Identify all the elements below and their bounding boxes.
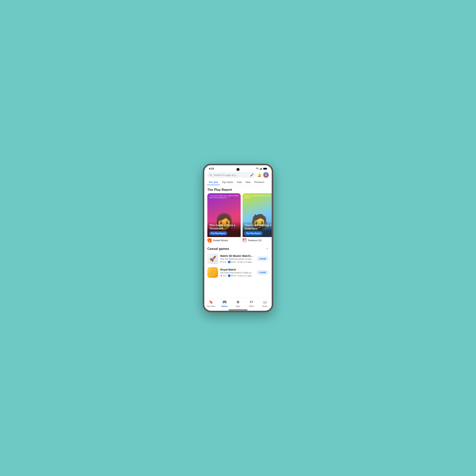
status-time: 4:12 [209, 167, 214, 170]
offers-icon: 🏷 [249, 299, 254, 305]
match3d-rating: ★ [220, 261, 222, 263]
match3d-info: Match 3D Master Matching Games Play Pair… [220, 254, 254, 263]
search-bar-row: Search for apps & g... 🎤 🔔 D [204, 171, 272, 179]
bottom-nav: 🔖 Play Pass 🎮 Games ⊞ Apps 🏷 Offers 📖 Bo… [204, 298, 272, 309]
card-title-pokemon: There's a PokéStop in Antarctica [244, 224, 272, 230]
royal-match-event: Event [228, 274, 236, 277]
list-item-royal-match[interactable]: 👑 Royal Match Decorate King Robert's Cas… [204, 266, 272, 279]
phone-shell: 4:12 [203, 164, 273, 312]
svg-rect-0 [260, 169, 260, 170]
nav-item-apps[interactable]: ⊞ Apps [231, 298, 245, 308]
bell-icon[interactable]: 🔔 [257, 173, 261, 177]
match3d-install-button[interactable]: Install [257, 256, 269, 261]
card-badge-fireball: The Play Report [209, 232, 227, 235]
pokemon-name: Pokémon GO [248, 239, 262, 242]
report-card-footer-pokemon: ⚪ Pokémon GO [243, 237, 272, 243]
report-card-fireball-inner[interactable]: "I found this hidden gem called Fireball… [207, 193, 241, 243]
casual-games-section: Casual games → 🚀 Match 3D Master Matchin… [204, 245, 272, 279]
svg-rect-2 [261, 168, 262, 170]
royal-match-rating-star: ★ [220, 274, 222, 277]
search-bar-placeholder: Search for apps & g... [214, 174, 249, 176]
royal-match-event-suffix: Ends in 3 days [238, 274, 252, 277]
card-overlay-1: This Game is Such a Throwback The Play R… [207, 221, 241, 237]
match3d-event-label: Event [231, 261, 236, 263]
fireball-icon: 🔥 [207, 238, 212, 243]
match3d-event-suffix: Ends in 3 days [238, 261, 252, 263]
svg-rect-4 [263, 168, 267, 170]
search-bar[interactable]: Search for apps & g... 🎤 [207, 172, 256, 178]
svg-rect-3 [262, 168, 262, 170]
mic-icon[interactable]: 🎤 [250, 173, 254, 176]
apps-icon: ⊞ [235, 299, 241, 305]
match3d-event: Event [228, 261, 236, 263]
royal-match-event-label: Event [231, 274, 236, 277]
tab-new[interactable]: New [244, 179, 253, 185]
match3d-rating-value: 4.8 [223, 261, 226, 263]
report-card-fireball[interactable]: "I found this hidden gem called Fireball… [207, 193, 241, 243]
content-area: The Play Report "I found this hidden gem… [204, 185, 272, 298]
report-card-pokemon-inner[interactable]: "Become the best Pokémon trainer of all … [243, 193, 272, 243]
play-report-title: The Play Report [204, 185, 272, 193]
match3d-event-icon [228, 261, 230, 263]
play-pass-icon: 🔖 [208, 299, 214, 305]
svg-rect-5 [267, 168, 267, 169]
play-report-section: The Play Report "I found this hidden gem… [204, 185, 272, 245]
casual-games-header: Casual games → [204, 245, 272, 252]
status-icons [256, 168, 267, 170]
play-pass-label: Play Pass [207, 305, 215, 307]
games-label: Games [221, 305, 228, 307]
search-icon [209, 174, 212, 176]
royal-match-event-icon [228, 274, 230, 277]
nav-item-play-pass[interactable]: 🔖 Play Pass [204, 298, 218, 308]
fireball-name: Fireball Wizard [213, 239, 228, 242]
royal-match-rating-value: 4.5 [223, 274, 226, 277]
tab-kids[interactable]: Kids [235, 179, 244, 185]
wifi-icon [256, 168, 259, 170]
nav-item-games[interactable]: 🎮 Games [218, 298, 231, 308]
card-title-fireball: This Game is Such a Throwback [209, 224, 239, 230]
games-icon: 🎮 [222, 299, 227, 305]
card-badge-pokemon: The Play Report [244, 232, 262, 235]
report-card-pokemon[interactable]: "Become the best Pokémon trainer of all … [243, 193, 272, 243]
books-icon: 📖 [262, 299, 268, 305]
signal-icon [260, 168, 262, 170]
list-item-match3d[interactable]: 🚀 Match 3D Master Matching Games Play Pa… [204, 252, 272, 266]
play-report-scroll: "I found this hidden gem called Fireball… [204, 193, 272, 245]
tabs-row: For you Top charts Kids New Premium [204, 179, 272, 185]
home-indicator [228, 310, 248, 310]
battery-icon [263, 168, 267, 170]
royal-match-icon: 👑 [207, 267, 218, 278]
casual-games-arrow[interactable]: → [265, 247, 269, 251]
match3d-meta: ★ 4.8 • Event • Ends in 3 days [220, 261, 254, 263]
card-overlay-2: There's a PokéStop in Antarctica The Pla… [243, 221, 272, 237]
pokemon-icon: ⚪ [243, 238, 247, 243]
tab-premium[interactable]: Premium [253, 179, 266, 185]
user-avatar[interactable]: D [263, 172, 269, 178]
card-bg-fireball: "I found this hidden gem called Fireball… [207, 193, 241, 237]
match3d-icon: 🚀 [207, 254, 218, 264]
royal-match-info: Royal Match Decorate King Robert's Castl… [220, 268, 254, 277]
nav-item-books[interactable]: 📖 Books [258, 298, 272, 308]
books-label: Books [262, 305, 268, 307]
offers-label: Offers [249, 305, 254, 307]
match3d-title: Match 3D Master Matching Games [220, 254, 254, 257]
tab-for-you[interactable]: For you [207, 179, 220, 185]
tab-top-charts[interactable]: Top charts [220, 179, 235, 185]
royal-match-subtitle: Decorate King Robert's Castle by solving… [220, 272, 254, 274]
card-caption-pokemon: "Become the best Pokémon trainer of all … [244, 195, 272, 199]
royal-match-meta: ★ 4.5 • Event • Ends in 3 days [220, 274, 254, 277]
phone-notch [237, 168, 239, 171]
report-card-footer-fireball: 🔥 Fireball Wizard [207, 237, 241, 243]
apps-label: Apps [236, 305, 240, 307]
card-caption-fireball: "I found this hidden gem called Fireball… [209, 195, 239, 199]
casual-games-title: Casual games [207, 247, 229, 251]
royal-match-install-button[interactable]: Install [257, 270, 269, 275]
nav-item-offers[interactable]: 🏷 Offers [245, 298, 258, 308]
svg-rect-1 [260, 168, 261, 170]
royal-match-title: Royal Match [220, 268, 254, 271]
card-bg-pokemon: "Become the best Pokémon trainer of all … [243, 193, 272, 237]
match3d-subtitle: Play Pair Matching puzzle to train your … [220, 258, 254, 260]
